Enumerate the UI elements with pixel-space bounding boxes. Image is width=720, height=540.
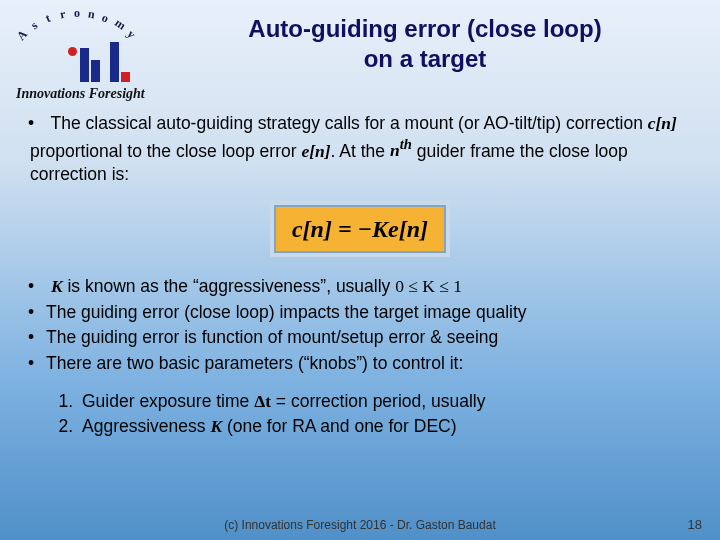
if-logo-icon (28, 42, 170, 82)
bullet-1: The classical auto-guiding strategy call… (28, 112, 692, 187)
bullet-4: The guiding error is function of mount/s… (28, 326, 692, 350)
footer-copyright: (c) Innovations Foresight 2016 - Dr. Gas… (0, 518, 720, 532)
page-number: 18 (688, 517, 702, 532)
slide-body: The classical auto-guiding strategy call… (0, 102, 720, 439)
slide-title: Auto-guiding error (close loop) on a tar… (170, 6, 710, 74)
bullet-5: There are two basic parameters (“knobs”)… (28, 352, 692, 376)
equation: c[n] = −Ke[n] (274, 205, 446, 253)
brand-logo: A s t r o n o m y Innovations Foresight (10, 6, 170, 102)
astronomy-arc-text: A s t r o n o m y (10, 6, 150, 46)
numbered-2: Aggressiveness K (one for RA and one for… (78, 415, 692, 439)
equation-box: c[n] = −Ke[n] (28, 205, 692, 253)
bullet-2: K is known as the “aggressiveness”, usua… (28, 275, 692, 299)
brand-name: Innovations Foresight (16, 86, 170, 102)
numbered-1: Guider exposure time Δt = correction per… (78, 390, 692, 414)
bullet-3: The guiding error (close loop) impacts t… (28, 301, 692, 325)
slide-header: A s t r o n o m y Innovations Foresight … (0, 0, 720, 102)
